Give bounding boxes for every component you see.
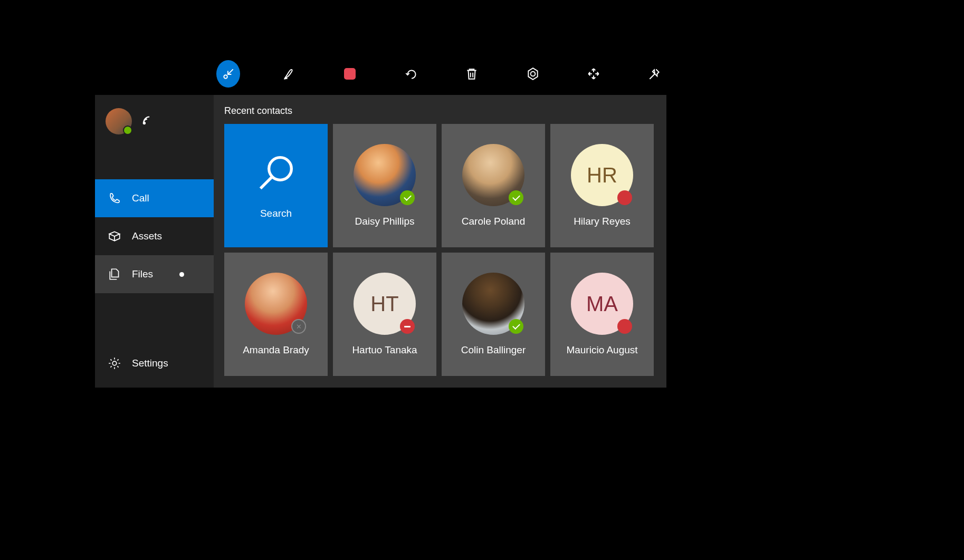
undo-icon [404,67,418,81]
contact-tile[interactable]: HR Hilary Reyes [550,124,654,247]
svg-point-1 [530,72,535,76]
app-window: Call Assets Files [95,95,666,388]
avatar [462,144,524,206]
notification-dot [179,272,184,277]
undo-button[interactable] [399,60,423,88]
avatar: HT [354,273,416,335]
sidebar-item-call[interactable]: Call [95,179,214,217]
pin-button[interactable] [643,60,666,88]
record-button[interactable] [338,60,362,88]
avatar: MA [571,273,633,335]
nav-label: Settings [132,358,168,369]
svg-point-4 [269,158,292,180]
contact-name: Carole Poland [462,216,525,227]
phone-icon [108,191,121,205]
status-available-icon [400,190,415,205]
svg-point-3 [112,361,117,365]
contact-tile[interactable]: Amanda Brady [224,253,328,376]
nav-label: Assets [132,230,162,242]
sidebar-item-files[interactable]: Files [95,255,214,293]
main-panel: Recent contacts Search Daisy Phillips [214,95,666,388]
contact-tile[interactable]: Daisy Phillips [333,124,436,247]
box-icon [108,229,121,243]
pin-icon [647,67,661,81]
hexagon-icon [526,67,540,81]
section-title: Recent contacts [224,105,656,117]
avatar [354,144,416,206]
contact-name: Hilary Reyes [574,216,631,227]
avatar [245,273,307,335]
contact-tile[interactable]: MA Mauricio August [550,253,654,376]
settings-ring-button[interactable] [521,60,545,88]
collapse-icon [222,67,235,81]
search-icon [255,152,297,194]
contacts-grid: Search Daisy Phillips Carole Poland [224,124,656,376]
status-dnd-icon [400,319,415,334]
wifi-icon [141,113,155,129]
contact-name: Daisy Phillips [355,216,415,227]
record-icon [344,68,356,80]
sidebar: Call Assets Files [95,95,214,388]
svg-line-5 [261,177,272,188]
status-available-icon [509,190,523,205]
collapse-button[interactable] [216,60,240,88]
status-offline-icon [291,319,306,334]
contact-tile[interactable]: HT Hartuo Tanaka [333,253,436,376]
sidebar-item-settings[interactable]: Settings [95,344,214,382]
svg-point-0 [224,75,227,79]
nav-list: Call Assets Files [95,148,214,388]
status-busy-icon [617,319,632,334]
contact-tile[interactable]: Colin Ballinger [442,253,545,376]
tile-label: Search [260,208,292,219]
contact-name: Amanda Brady [243,344,309,356]
contact-tile[interactable]: Carole Poland [442,124,545,247]
search-tile[interactable]: Search [224,124,328,247]
delete-button[interactable] [460,60,484,88]
svg-point-2 [144,122,145,124]
toolbar [95,53,666,95]
status-available-icon [509,319,523,334]
gear-icon [108,356,121,370]
move-icon [587,67,600,81]
sidebar-item-assets[interactable]: Assets [95,217,214,255]
nav-label: Call [132,192,149,204]
files-icon [108,267,121,281]
avatar [462,273,524,335]
nav-label: Files [132,268,153,280]
contact-name: Colin Ballinger [461,344,526,356]
pen-button[interactable] [277,60,301,88]
move-button[interactable] [581,60,605,88]
status-busy-icon [617,190,632,205]
pen-icon [282,67,296,81]
avatar: HR [571,144,633,206]
contact-name: Hartuo Tanaka [352,344,417,356]
trash-icon [465,67,479,81]
user-avatar[interactable] [106,108,132,134]
contact-name: Mauricio August [566,344,637,356]
profile-area [95,95,214,148]
